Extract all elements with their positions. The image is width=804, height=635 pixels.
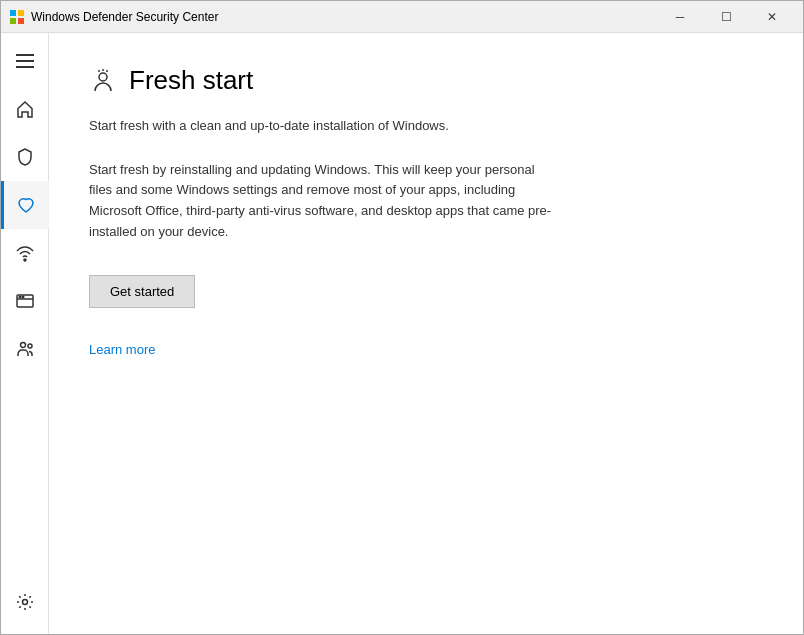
svg-point-14	[22, 600, 27, 605]
sidebar-item-health[interactable]	[1, 181, 49, 229]
svg-rect-6	[16, 66, 34, 68]
svg-point-13	[28, 344, 32, 348]
maximize-button[interactable]: ☐	[703, 1, 749, 33]
hamburger-menu[interactable]	[1, 37, 49, 85]
sidebar-item-home[interactable]	[1, 85, 49, 133]
app-icon	[9, 9, 25, 25]
sidebar-item-shield[interactable]	[1, 133, 49, 181]
page-header: Fresh start	[89, 65, 763, 96]
svg-rect-5	[16, 60, 34, 62]
svg-rect-1	[18, 10, 24, 16]
learn-more-container: Learn more	[89, 340, 763, 358]
sidebar-nav	[1, 37, 48, 578]
description-primary: Start fresh with a clean and up-to-date …	[89, 116, 763, 136]
svg-rect-3	[18, 18, 24, 24]
svg-point-7	[24, 259, 26, 261]
window: Windows Defender Security Center ─ ☐ ✕	[0, 0, 804, 635]
svg-point-10	[19, 296, 21, 298]
window-controls: ─ ☐ ✕	[657, 1, 795, 33]
page-title: Fresh start	[129, 65, 253, 96]
sidebar-bottom	[1, 578, 48, 634]
sidebar-item-appcontrol[interactable]	[1, 277, 49, 325]
page-header-icon	[89, 67, 117, 95]
svg-rect-4	[16, 54, 34, 56]
close-button[interactable]: ✕	[749, 1, 795, 33]
svg-rect-2	[10, 18, 16, 24]
app-body: Fresh start Start fresh with a clean and…	[1, 33, 803, 634]
sidebar-item-firewall[interactable]	[1, 229, 49, 277]
svg-point-15	[99, 73, 107, 81]
description-secondary: Start fresh by reinstalling and updating…	[89, 160, 559, 243]
svg-point-11	[22, 296, 24, 298]
window-title: Windows Defender Security Center	[31, 10, 657, 24]
get-started-button[interactable]: Get started	[89, 275, 195, 308]
sidebar-item-family[interactable]	[1, 325, 49, 373]
svg-point-12	[20, 343, 25, 348]
main-content: Fresh start Start fresh with a clean and…	[49, 33, 803, 634]
titlebar: Windows Defender Security Center ─ ☐ ✕	[1, 1, 803, 33]
minimize-button[interactable]: ─	[657, 1, 703, 33]
sidebar	[1, 33, 49, 634]
svg-rect-0	[10, 10, 16, 16]
learn-more-link[interactable]: Learn more	[89, 342, 155, 357]
sidebar-item-settings[interactable]	[1, 578, 49, 626]
